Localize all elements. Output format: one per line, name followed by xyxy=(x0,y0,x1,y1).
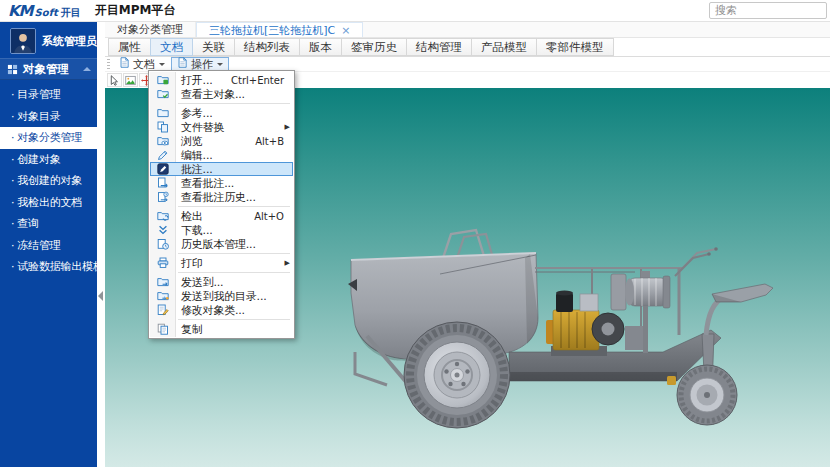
menu-separator xyxy=(178,103,290,104)
print-icon xyxy=(150,257,176,269)
reference-icon xyxy=(150,107,176,119)
operation-dropdown-menu: 打开...Ctrl+Enter查看主对象...参考...文件替换▶浏览Alt+B… xyxy=(148,70,295,339)
sidebar-item-6[interactable]: 查询 xyxy=(0,213,97,235)
collapse-left-icon[interactable] xyxy=(98,291,103,301)
menu-item-send-to-my-folder[interactable]: 发送到我的目录... xyxy=(150,289,293,303)
menu-item-label: 发送到... xyxy=(176,275,293,290)
logo-cn: 开目 xyxy=(61,6,81,20)
subtab-7[interactable]: 产品模型 xyxy=(471,38,537,56)
browse-icon xyxy=(150,135,176,147)
menu-item-history-version[interactable]: 历史版本管理... xyxy=(150,237,293,251)
tab-1[interactable]: 三轮拖拉机[三轮拖拉机]C× xyxy=(196,22,363,37)
menu-item-print[interactable]: 打印▶ xyxy=(150,256,293,270)
km-soft-logo: KM Soft 开目 xyxy=(8,2,81,20)
sidebar-item-5[interactable]: 我检出的文档 xyxy=(0,192,97,214)
menu-item-checkout[interactable]: 检出Alt+O xyxy=(150,209,293,223)
sidebar-item-8[interactable]: 试验数据输出模板 xyxy=(0,256,97,278)
menu-item-label: 检出 xyxy=(176,209,254,224)
toolbar-drag-handle[interactable] xyxy=(107,59,110,69)
sidebar-divider xyxy=(97,22,105,467)
document-icon xyxy=(119,57,133,71)
cursor-icon[interactable] xyxy=(107,73,122,87)
history-version-icon xyxy=(150,238,176,250)
app-title: 开目MPM平台 xyxy=(95,2,176,19)
caret-down-icon xyxy=(217,63,223,66)
menu-item-modify-class[interactable]: 修改对象类... xyxy=(150,303,293,317)
subtab-5[interactable]: 签审历史 xyxy=(341,38,407,56)
tab-0[interactable]: 对象分类管理 xyxy=(105,22,196,37)
menu-item-label: 查看批注历史... xyxy=(176,190,293,205)
menu-item-label: 编辑... xyxy=(176,148,293,163)
modify-class-icon xyxy=(150,304,176,316)
open-folder-icon xyxy=(150,74,176,86)
logo-km: KM xyxy=(8,2,33,20)
submenu-arrow-icon: ▶ xyxy=(285,259,293,267)
sidebar-item-7[interactable]: 冻结管理 xyxy=(0,235,97,257)
menu-item-view-annotation-history[interactable]: 查看批注历史... xyxy=(150,190,293,204)
subtab-3[interactable]: 结构列表 xyxy=(234,38,300,56)
menu-item-label: 打开... xyxy=(176,73,231,88)
menu-item-view-annotation[interactable]: 查看批注... xyxy=(150,176,293,190)
logo-soft: Soft xyxy=(35,7,58,18)
sidebar-group-label: 对象管理 xyxy=(23,62,83,77)
menu-item-label: 批注... xyxy=(176,162,293,177)
menu-item-label: 查看主对象... xyxy=(176,87,293,102)
menu-item-label: 发送到我的目录... xyxy=(176,289,293,304)
checkout-icon xyxy=(150,210,176,222)
edit-icon xyxy=(150,149,176,161)
menu-separator xyxy=(178,206,290,207)
collapse-up-icon xyxy=(83,67,91,71)
app-window: KM Soft 开目 开目MPM平台 系统管理员 对象管理 目录管理对象目录对象… xyxy=(0,0,830,467)
menu-item-label: 参考... xyxy=(176,106,293,121)
view-annotation-history-icon xyxy=(150,191,176,203)
menu-item-reference[interactable]: 参考... xyxy=(150,106,293,120)
view-annotation-icon xyxy=(150,177,176,189)
sidebar-group-object-management[interactable]: 对象管理 xyxy=(0,58,97,80)
sidebar-item-0[interactable]: 目录管理 xyxy=(0,84,97,106)
menu-item-label: 浏览 xyxy=(176,134,255,149)
menu-item-download[interactable]: 下载... xyxy=(150,223,293,237)
menu-item-open-folder[interactable]: 打开...Ctrl+Enter xyxy=(150,73,293,87)
image-fit-icon[interactable] xyxy=(123,73,138,87)
copy-icon xyxy=(150,323,176,335)
menu-item-shortcut: Alt+B xyxy=(255,136,293,147)
subtab-1[interactable]: 文档 xyxy=(150,38,193,56)
menu-item-label: 查看批注... xyxy=(176,176,293,191)
menu-item-label: 文件替换 xyxy=(176,120,285,135)
menu-item-shortcut: Ctrl+Enter xyxy=(231,75,293,86)
document-menu-button[interactable]: 文档 xyxy=(113,57,171,71)
tab-close-icon[interactable]: × xyxy=(341,24,350,37)
menu-item-copy[interactable]: 复制 xyxy=(150,322,293,336)
file-replace-icon xyxy=(150,121,176,133)
subtab-8[interactable]: 零部件模型 xyxy=(536,38,614,56)
menu-item-browse[interactable]: 浏览Alt+B xyxy=(150,134,293,148)
send-to-my-folder-icon xyxy=(150,290,176,302)
menu-item-edit[interactable]: 编辑... xyxy=(150,148,293,162)
sidebar-item-4[interactable]: 我创建的对象 xyxy=(0,170,97,192)
search-input[interactable] xyxy=(709,2,827,19)
sidebar-item-1[interactable]: 对象目录 xyxy=(0,106,97,128)
menu-item-label: 打印 xyxy=(176,256,285,271)
sidebar-item-2[interactable]: 对象分类管理 xyxy=(0,127,97,149)
menu-item-view-master[interactable]: 查看主对象... xyxy=(150,87,293,101)
menu-item-label: 复制 xyxy=(176,322,293,337)
subtab-6[interactable]: 结构管理 xyxy=(406,38,472,56)
menu-item-label: 下载... xyxy=(176,223,293,238)
operation-menu-button[interactable]: 操作 xyxy=(171,57,229,71)
grid-icon xyxy=(7,64,18,75)
tab-label: 对象分类管理 xyxy=(117,22,183,37)
menu-item-shortcut: Alt+O xyxy=(254,211,293,222)
menu-item-annotate[interactable]: 批注... xyxy=(150,162,293,176)
tab-label: 三轮拖拉机[三轮拖拉机]C xyxy=(209,23,335,38)
operation-icon xyxy=(177,57,191,71)
view-master-icon xyxy=(150,88,176,100)
menu-item-file-replace[interactable]: 文件替换▶ xyxy=(150,120,293,134)
subtab-0[interactable]: 属性 xyxy=(108,38,151,56)
caret-down-icon xyxy=(159,63,165,66)
sidebar-item-3[interactable]: 创建对象 xyxy=(0,149,97,171)
subtab-2[interactable]: 关联 xyxy=(192,38,235,56)
menu-item-send-to[interactable]: 发送到... xyxy=(150,275,293,289)
download-icon xyxy=(150,224,176,236)
sidebar: 系统管理员 对象管理 目录管理对象目录对象分类管理创建对象我创建的对象我检出的文… xyxy=(0,22,97,467)
subtab-4[interactable]: 版本 xyxy=(299,38,342,56)
